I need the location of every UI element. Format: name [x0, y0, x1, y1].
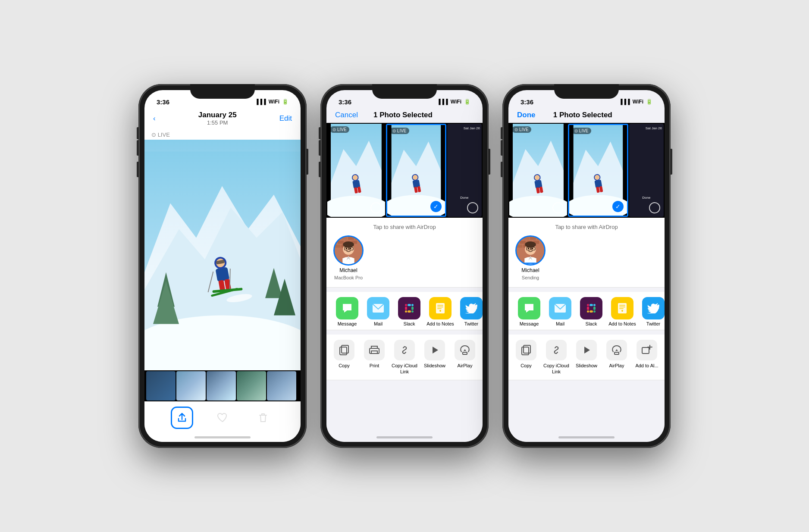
svg-rect-101	[517, 241, 519, 244]
airdrop-contacts-2: Michael MacBook Pro	[326, 235, 483, 284]
notes-icon-2	[429, 297, 452, 319]
action-airplay-3[interactable]: AirPlay	[602, 340, 631, 374]
thumb-2[interactable]	[176, 371, 206, 401]
share-button-1[interactable]	[171, 407, 193, 429]
app-mail-2[interactable]: Mail	[364, 297, 392, 326]
svg-rect-39	[355, 237, 362, 240]
share-sheet-3: Tap to share with AirDrop	[508, 218, 665, 442]
app-message-3[interactable]: Message	[515, 297, 543, 326]
app-icons-row-3: Message Mail	[508, 292, 665, 330]
action-slideshow-2[interactable]: Slideshow	[420, 340, 449, 374]
volume-down-button-3[interactable]	[501, 162, 502, 177]
photo-grid-item-2[interactable]: ⊙ LIVE ✓	[386, 124, 446, 217]
thumb-4[interactable]	[237, 371, 266, 401]
trash-button-1[interactable]	[252, 407, 274, 429]
svg-marker-130	[584, 347, 590, 354]
grid-live-badge-3-2: ⊙ LIVE	[572, 128, 591, 134]
slack-label-2: Slack	[404, 321, 415, 326]
action-row-3: Copy Copy iCloud Link Slideshow	[508, 335, 665, 380]
icloud-label-2: Copy iCloud Link	[390, 363, 419, 374]
photo-grid-item-3[interactable]: Sat Jan 26 Done	[447, 124, 482, 217]
action-airplay-2[interactable]: AirPlay	[451, 340, 479, 374]
volume-up-button[interactable]	[137, 140, 138, 156]
airdrop-label-2: Tap to share with AirDrop	[326, 224, 483, 230]
app-notes-3[interactable]: Add to Notes	[608, 297, 636, 326]
play-icon-2	[424, 340, 445, 360]
app-slack-3[interactable]: Slack	[577, 297, 605, 326]
power-button[interactable]	[307, 149, 308, 175]
message-icon-2	[336, 297, 358, 319]
svg-rect-61	[408, 310, 411, 313]
app-message-2[interactable]: Message	[333, 297, 361, 326]
app-icons-scroll-2: Message Mail	[326, 297, 483, 326]
message-icon-3	[518, 297, 540, 319]
grid-check-3[interactable]: ✓	[612, 201, 624, 212]
thumb-1[interactable]	[146, 371, 176, 401]
app-notes-2[interactable]: Add to Notes	[426, 297, 454, 326]
action-print-2[interactable]: Print	[360, 340, 389, 374]
twitter-label-3: Twitter	[646, 321, 660, 326]
svg-rect-111	[520, 263, 541, 264]
bottom-toolbar-1	[144, 401, 301, 442]
volume-up-button-2[interactable]	[319, 140, 320, 156]
slideshow-label-2: Slideshow	[424, 363, 445, 369]
svg-rect-70	[342, 345, 348, 353]
silent-button[interactable]	[137, 127, 138, 139]
live-icon-small: ⊙	[332, 127, 336, 132]
silent-button-2[interactable]	[319, 127, 320, 139]
svg-rect-38	[348, 237, 354, 240]
grid-select-circle-3[interactable]	[467, 202, 478, 213]
skier-svg-1	[144, 140, 301, 370]
svg-rect-118	[593, 310, 596, 313]
app-slack-2[interactable]: Slack	[395, 297, 423, 326]
svg-point-49	[346, 248, 348, 250]
notch-2	[372, 84, 437, 99]
grid-select-circle-3-3[interactable]	[649, 202, 660, 213]
app-twitter-3[interactable]: Twitter	[640, 297, 665, 326]
airplay-icon-2	[455, 340, 475, 360]
copy-icon-3	[516, 340, 536, 360]
airdrop-contact-michael-3[interactable]: Michael Sending	[515, 235, 546, 280]
back-button-1[interactable]: ‹	[153, 114, 156, 123]
status-time-2: 3:36	[339, 98, 351, 106]
volume-down-button-2[interactable]	[319, 162, 320, 177]
power-button-2[interactable]	[489, 149, 490, 175]
airdrop-contact-michael-2[interactable]: Michael MacBook Pro	[333, 235, 364, 280]
action-copy-3[interactable]: Copy	[512, 340, 540, 374]
svg-rect-56	[405, 304, 407, 306]
mail-label-3: Mail	[556, 321, 564, 326]
contact-subtitle-3: Sending	[522, 275, 539, 280]
airdrop-section-2: Tap to share with AirDrop	[326, 218, 483, 288]
volume-down-button[interactable]	[137, 162, 138, 177]
svg-rect-76	[463, 352, 467, 354]
cancel-button-2[interactable]: Cancel	[335, 111, 358, 119]
volume-up-button-3[interactable]	[501, 140, 502, 156]
thumb-3[interactable]	[207, 371, 236, 401]
photo-grid-item-1[interactable]: ⊙ LIVE	[327, 124, 385, 217]
app-twitter-2[interactable]: Twitter	[458, 297, 483, 326]
link-icon-3	[546, 340, 567, 360]
done-button-3[interactable]: Done	[517, 111, 536, 119]
photo-grid-item-3-3[interactable]: Sat Jan 26 Done	[629, 124, 664, 217]
wifi-icon: WiFi	[269, 99, 279, 105]
photo-grid-item-3-2[interactable]: ⊙ LIVE ✓	[568, 124, 628, 217]
action-icloud-2[interactable]: Copy iCloud Link	[390, 340, 419, 374]
power-button-3[interactable]	[671, 149, 672, 175]
action-copy-2[interactable]: Copy	[330, 340, 358, 374]
live-icon-small-2: ⊙	[392, 128, 396, 133]
photo-grid-item-3-1[interactable]: ⊙ LIVE	[509, 124, 567, 217]
heart-button-1[interactable]	[211, 407, 234, 429]
link-icon-2	[394, 340, 415, 360]
nav-title-2: 1 Photo Selected	[373, 111, 433, 119]
action-slideshow-3[interactable]: Slideshow	[572, 340, 601, 374]
grid-check-2[interactable]: ✓	[430, 201, 442, 212]
mail-icon-2	[367, 297, 389, 319]
app-mail-3[interactable]: Mail	[546, 297, 574, 326]
svg-rect-95	[524, 237, 530, 240]
silent-button-3[interactable]	[501, 127, 502, 139]
grid-live-badge-3-1: ⊙ LIVE	[512, 126, 531, 133]
action-add-album-3[interactable]: Add to Al...	[633, 340, 661, 374]
thumb-5[interactable]	[267, 371, 296, 401]
edit-button-1[interactable]: Edit	[279, 114, 292, 123]
action-icloud-3[interactable]: Copy iCloud Link	[542, 340, 571, 374]
